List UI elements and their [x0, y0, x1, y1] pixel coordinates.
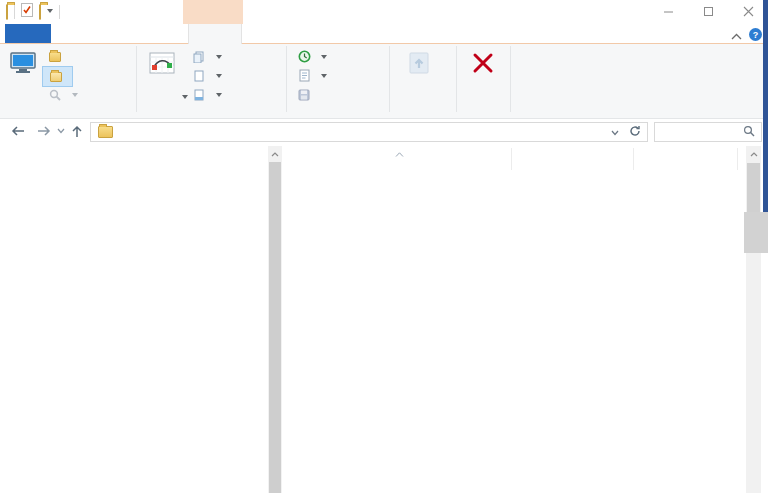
properties-check-icon[interactable]: [21, 3, 33, 20]
group-separator: [136, 46, 137, 112]
recent-searches-button[interactable]: [291, 47, 331, 66]
title-bar: [0, 0, 768, 24]
up-arrow-icon[interactable]: [70, 124, 84, 139]
new-folder-icon[interactable]: [39, 5, 41, 19]
folder-icon[interactable]: [6, 5, 8, 19]
kind-button[interactable]: [186, 47, 226, 66]
other-properties-icon: [190, 89, 208, 101]
help-icon[interactable]: ?: [749, 28, 762, 41]
folder-icon: [46, 52, 64, 62]
group-separator: [510, 46, 511, 112]
refresh-icon[interactable]: [629, 125, 641, 140]
scroll-up-icon[interactable]: [268, 146, 282, 162]
search-again-button[interactable]: [42, 85, 82, 104]
size-icon: [190, 70, 208, 82]
address-bar[interactable]: [90, 122, 648, 142]
advanced-options-icon: [295, 69, 313, 82]
tab-home[interactable]: [56, 24, 100, 43]
sidebar-scrollbar-thumb[interactable]: [269, 162, 281, 493]
navigation-pane: [0, 146, 284, 493]
sidebar-scrollbar[interactable]: [268, 146, 282, 493]
address-dropdown-caret-icon[interactable]: [611, 125, 619, 139]
quick-access-toolbar: [6, 3, 60, 20]
folder-icon: [97, 126, 113, 138]
group-separator: [389, 46, 390, 112]
save-search-button[interactable]: [291, 85, 320, 104]
close-search-button[interactable]: [460, 47, 506, 109]
ribbon-search: [0, 44, 768, 119]
group-separator: [456, 46, 457, 112]
date-modified-button[interactable]: [139, 47, 185, 109]
back-arrow-icon[interactable]: [10, 124, 26, 138]
scroll-up-icon[interactable]: [746, 146, 761, 162]
column-divider[interactable]: [737, 148, 738, 170]
forward-arrow-icon[interactable]: [36, 124, 52, 138]
dropdown-caret-icon[interactable]: [47, 5, 53, 19]
file-list-scrollbar[interactable]: [746, 146, 761, 493]
sort-ascending-icon: [395, 146, 404, 160]
group-separator: [286, 46, 287, 112]
search-box[interactable]: [654, 122, 762, 142]
background-window-fragment: [744, 212, 768, 253]
search-again-icon: [46, 89, 64, 101]
recent-locations-caret-icon[interactable]: [57, 128, 65, 134]
recent-searches-icon: [295, 50, 313, 63]
search-icon[interactable]: [743, 125, 755, 140]
size-button[interactable]: [186, 66, 226, 85]
open-file-location-icon: [406, 47, 432, 79]
subfolders-icon: [47, 72, 65, 82]
tab-share[interactable]: [102, 24, 146, 43]
other-properties-button[interactable]: [186, 85, 226, 104]
tab-file[interactable]: [5, 24, 51, 43]
current-folder-button[interactable]: [42, 47, 71, 66]
kind-icon: [190, 51, 208, 63]
save-search-icon: [295, 89, 313, 101]
tab-view[interactable]: [148, 24, 188, 43]
close-button[interactable]: [728, 0, 768, 22]
all-subfolders-button[interactable]: [42, 66, 73, 87]
open-file-location-button[interactable]: [392, 47, 446, 109]
this-pc-button[interactable]: [4, 47, 42, 109]
minimize-button[interactable]: [648, 0, 688, 22]
divider: [14, 5, 15, 19]
advanced-options-button[interactable]: [291, 66, 331, 85]
column-divider[interactable]: [633, 148, 634, 170]
close-search-icon: [471, 47, 495, 79]
maximize-button[interactable]: [688, 0, 728, 22]
divider: [59, 5, 60, 19]
file-list-pane: [285, 146, 768, 493]
ribbon-tab-bar: [0, 24, 768, 44]
background-window-edge: [763, 0, 768, 212]
date-modified-icon: [149, 47, 175, 79]
tab-search[interactable]: [188, 24, 242, 44]
address-bar-row: [0, 119, 768, 146]
column-divider[interactable]: [511, 148, 512, 170]
computer-icon: [9, 47, 37, 79]
search-tools-contextual-tab: [183, 0, 243, 24]
collapse-ribbon-icon[interactable]: [731, 29, 742, 43]
